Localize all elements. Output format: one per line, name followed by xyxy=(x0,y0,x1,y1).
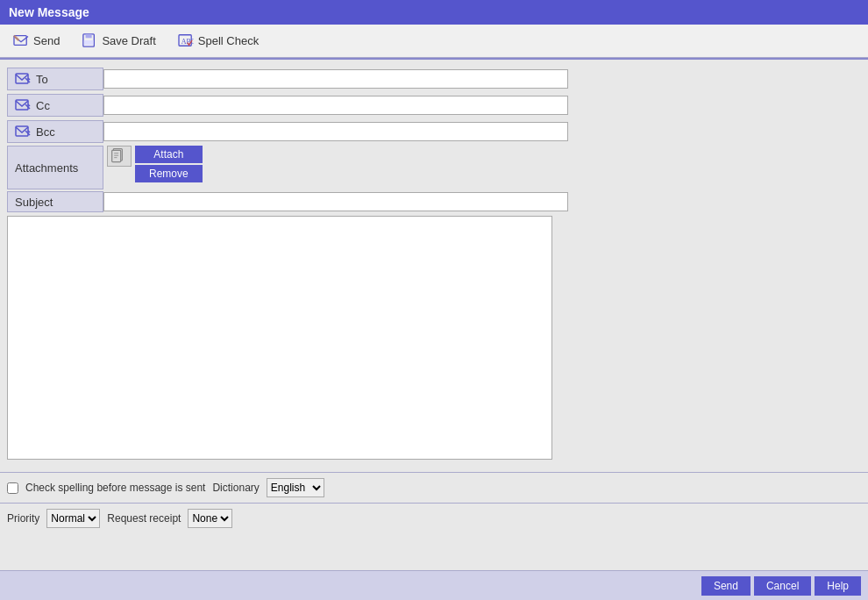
spell-check-checkbox[interactable] xyxy=(7,482,18,494)
bcc-icon xyxy=(15,125,31,139)
receipt-label: Request receipt xyxy=(107,512,181,525)
message-body-textarea[interactable] xyxy=(7,216,552,460)
subject-input[interactable] xyxy=(103,192,568,211)
attachments-label: Attachments xyxy=(7,146,103,189)
main-area: To Cc xyxy=(0,58,868,472)
message-body-area xyxy=(7,216,861,460)
cc-row: Cc xyxy=(7,93,861,118)
spell-check-label: Check spelling before message is sent xyxy=(25,482,205,494)
to-input[interactable] xyxy=(103,69,568,89)
priority-label: Priority xyxy=(7,512,39,525)
send-icon xyxy=(12,33,30,49)
help-button[interactable]: Help xyxy=(815,576,861,596)
cc-icon xyxy=(15,98,31,112)
bcc-row: Bcc xyxy=(7,119,861,144)
title-bar: New Message xyxy=(0,0,868,25)
svg-rect-3 xyxy=(86,33,92,37)
to-icon xyxy=(15,72,31,86)
bcc-input[interactable] xyxy=(103,122,568,141)
to-label: To xyxy=(7,68,103,90)
svg-rect-17 xyxy=(112,150,121,161)
spell-check-icon: ABC xyxy=(177,33,195,49)
dictionary-label: Dictionary xyxy=(212,482,259,494)
save-draft-label: Save Draft xyxy=(102,34,155,47)
spell-check-label: Spell Check xyxy=(198,34,259,47)
toolbar: Send Save Draft ABC Spell Check xyxy=(0,25,868,58)
to-row: To xyxy=(7,67,861,91)
attachment-icon xyxy=(110,147,128,165)
attach-button-group: Attach Remove xyxy=(135,146,203,182)
receipt-select[interactable]: None Yes No xyxy=(188,509,232,528)
bcc-label: Bcc xyxy=(7,120,103,143)
attachments-row: Attachments Attach Remove xyxy=(7,146,861,189)
attachments-icon-box xyxy=(107,146,132,167)
remove-button[interactable]: Remove xyxy=(135,165,203,182)
subject-input-container xyxy=(103,192,568,211)
bcc-input-container xyxy=(103,122,568,141)
cc-input[interactable] xyxy=(103,96,568,115)
cc-label: Cc xyxy=(7,94,103,117)
save-draft-button[interactable]: Save Draft xyxy=(77,32,159,51)
attachments-controls: Attach Remove xyxy=(103,146,203,182)
send-button[interactable]: Send xyxy=(701,576,751,596)
cc-input-container xyxy=(103,96,568,115)
cancel-button[interactable]: Cancel xyxy=(754,576,811,596)
bottom-action-bar: Send Cancel Help xyxy=(0,570,868,600)
spell-check-button[interactable]: ABC Spell Check xyxy=(174,32,262,51)
to-input-container xyxy=(103,69,568,89)
window-title: New Message xyxy=(9,5,89,19)
subject-label: Subject xyxy=(7,191,103,212)
save-draft-icon xyxy=(81,33,98,49)
send-toolbar-button[interactable]: Send xyxy=(9,32,63,51)
send-toolbar-label: Send xyxy=(33,34,60,47)
attach-button[interactable]: Attach xyxy=(135,146,203,163)
dictionary-select[interactable]: English French German Spanish xyxy=(267,478,324,497)
spell-check-row: Check spelling before message is sent Di… xyxy=(0,472,868,503)
svg-rect-4 xyxy=(84,40,94,45)
subject-row: Subject xyxy=(7,191,861,212)
priority-row: Priority Normal High Low Request receipt… xyxy=(0,503,868,533)
priority-select[interactable]: Normal High Low xyxy=(46,509,100,528)
